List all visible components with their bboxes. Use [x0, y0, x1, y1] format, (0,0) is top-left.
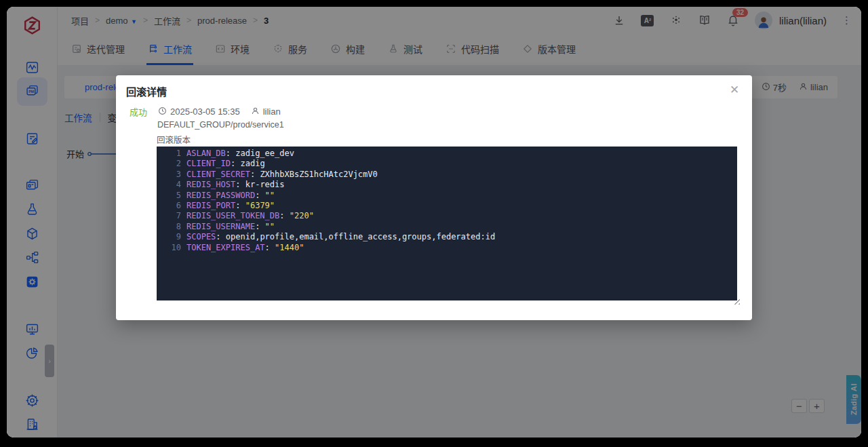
code-text: CLIENT_ID: zadig	[186, 159, 265, 169]
code-line: 4REDIS_HOST: kr-redis	[157, 180, 737, 190]
line-number: 1	[157, 149, 181, 159]
code-text: REDIS_USERNAME: ""	[186, 222, 275, 232]
line-number: 6	[157, 201, 181, 211]
code-text: CLIENT_SECRET: ZXhhbXBsZS1hcHAtc2VjcmV0	[186, 170, 378, 180]
code-text: SCOPES: openid,profile,email,offline_acc…	[186, 232, 495, 242]
code-line: 10TOKEN_EXPIRES_AT: "1440"	[157, 243, 737, 253]
code-text: REDIS_HOST: kr-redis	[186, 180, 285, 190]
code-line: 5REDIS_PASSWORD: ""	[157, 191, 737, 201]
code-text: TOKEN_EXPIRES_AT: "1440"	[186, 243, 304, 253]
rollback-operator: lilian	[251, 106, 281, 117]
code-text: REDIS_PASSWORD: ""	[186, 191, 275, 201]
close-icon[interactable]: ✕	[728, 83, 741, 96]
code-line: 1ASLAN_DB: zadig_ee_dev	[157, 149, 737, 159]
person-icon	[251, 106, 260, 117]
code-text: REDIS_PORT: "6379"	[186, 201, 275, 211]
rollback-timestamp: 2025-03-05 15:35	[158, 106, 240, 117]
code-line: 6REDIS_PORT: "6379"	[157, 201, 737, 211]
yaml-code-editor[interactable]: 1ASLAN_DB: zadig_ee_dev2CLIENT_ID: zadig…	[157, 147, 737, 300]
line-number: 4	[157, 180, 181, 190]
code-text: ASLAN_DB: zadig_ee_dev	[186, 149, 294, 159]
code-line: 3CLIENT_SECRET: ZXhhbXBsZS1hcHAtc2VjcmV0	[157, 170, 737, 180]
code-line: 7REDIS_USER_TOKEN_DB: "220"	[157, 211, 737, 221]
code-line: 8REDIS_USERNAME: ""	[157, 222, 737, 232]
line-number: 7	[157, 211, 181, 221]
app-window: PM ›	[7, 7, 861, 438]
line-number: 3	[157, 170, 181, 180]
code-line: 9SCOPES: openid,profile,email,offline_ac…	[157, 232, 737, 242]
rollback-meta-row: 成功 2025-03-05 15:35 lilian	[130, 105, 281, 118]
line-number: 2	[157, 159, 181, 169]
line-number: 10	[157, 243, 181, 253]
code-text: REDIS_USER_TOKEN_DB: "220"	[186, 211, 314, 221]
status-badge: 成功	[130, 105, 147, 118]
line-number: 8	[157, 222, 181, 232]
clock-icon	[158, 106, 167, 117]
rollback-version-label: 回滚版本	[157, 133, 191, 146]
rollback-detail-modal: 回滚详情 ✕ 成功 2025-03-05 15:35 lilian DEFAUL…	[116, 75, 752, 320]
line-number: 5	[157, 191, 181, 201]
service-path: DEFAULT_GROUP/prod/service1	[157, 120, 284, 130]
line-number: 9	[157, 232, 181, 242]
code-line: 2CLIENT_ID: zadig	[157, 159, 737, 169]
modal-title: 回滚详情	[126, 84, 167, 98]
